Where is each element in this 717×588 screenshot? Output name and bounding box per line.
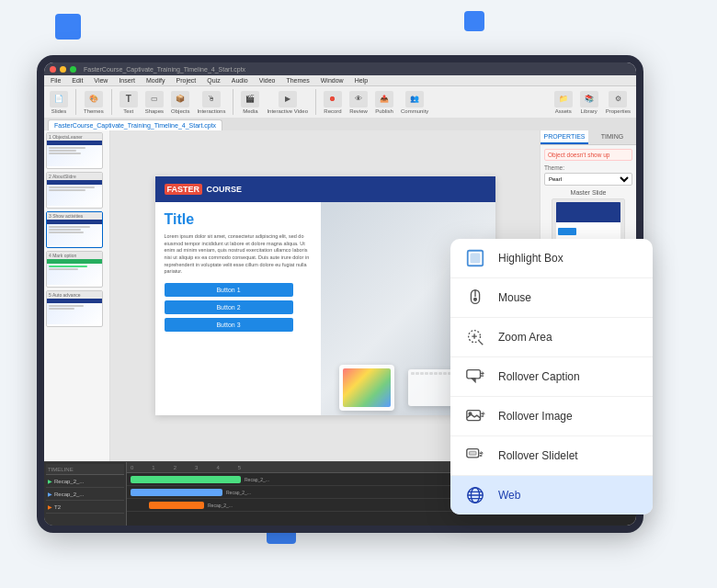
popup-item-rollover-image[interactable]: Rollover Image (450, 397, 653, 436)
objects-icon[interactable]: 📦 (171, 91, 189, 107)
popup-item-zoom-area[interactable]: Zoom Area (450, 318, 653, 357)
ribbon: 📄 Slides 🎨 Themes T Text ▭ Shapes 📦 Obje… (44, 86, 636, 118)
menu-themes[interactable]: Themes (283, 76, 312, 85)
popup-item-mouse[interactable]: Mouse (450, 278, 653, 318)
ribbon-library[interactable]: 📚 Library (580, 91, 598, 114)
slide-3-title: 3 Show activities (47, 212, 102, 220)
slide-5-title: 5 Auto advance (47, 291, 102, 299)
menu-window[interactable]: Window (318, 76, 347, 85)
ribbon-media[interactable]: 🎬 Media (241, 91, 259, 114)
ribbon-publish[interactable]: 📤 Publish (375, 91, 393, 114)
interactions-icon[interactable]: 🖱 (202, 91, 221, 107)
menu-edit[interactable]: Edit (69, 76, 85, 85)
menu-project[interactable]: Project (174, 76, 199, 85)
ivideo-icon[interactable]: ▶ (279, 91, 297, 107)
menu-audio[interactable]: Audio (229, 76, 251, 85)
properties-icon[interactable]: ⚙ (609, 91, 627, 107)
tab-bar: FasterCourse_Captivate_Training_Timeline… (44, 118, 636, 130)
popup-item-rollover-slidelet[interactable]: Rollover Slidelet (450, 436, 653, 476)
ribbon-slides[interactable]: 📄 Slides (50, 91, 68, 114)
svg-rect-1 (471, 254, 479, 262)
tl-bar-1[interactable] (131, 476, 241, 483)
tl-bar-3[interactable] (149, 502, 204, 509)
slide-title: Title (165, 211, 312, 228)
tab-main[interactable]: FasterCourse_Captivate_Training_Timeline… (48, 119, 222, 130)
menu-modify[interactable]: Modify (143, 76, 168, 85)
ribbon-objects[interactable]: 📦 Objects (171, 91, 189, 114)
ribbon-ivideo[interactable]: ▶ Interactive Video (267, 91, 308, 114)
mouse-icon (463, 286, 487, 310)
ribbon-themes[interactable]: 🎨 Themes (84, 91, 104, 114)
popup-item-rollover-caption[interactable]: Rollover Caption (450, 357, 653, 397)
text-icon[interactable]: T (120, 91, 138, 107)
tl-bar-3-offset (149, 502, 204, 509)
menu-quiz[interactable]: Quiz (204, 76, 222, 85)
ribbon-assets[interactable]: 📁 Assets (554, 91, 573, 114)
ribbon-community[interactable]: 👥 Community (401, 91, 428, 114)
assets-icon[interactable]: 📁 (554, 91, 573, 107)
svg-rect-11 (467, 411, 481, 421)
slide-body: Title Lorem ipsum dolor sit amet, consec… (155, 202, 495, 415)
ribbon-sep-4 (315, 89, 316, 115)
slide-thumb-4[interactable]: 4 Mark option (46, 251, 103, 288)
slide-3-content (47, 220, 102, 245)
record-icon[interactable]: ⏺ (324, 91, 342, 107)
slide-button-3[interactable]: Button 3 (165, 318, 293, 332)
library-label: Library (580, 108, 597, 114)
ruler-2: 2 (174, 465, 176, 470)
theme-select[interactable]: Pearl (544, 173, 632, 186)
ribbon-shapes[interactable]: ▭ Shapes (145, 91, 164, 114)
community-icon[interactable]: 👥 (405, 91, 424, 107)
library-icon[interactable]: 📚 (580, 91, 598, 107)
review-label: Review (349, 108, 368, 114)
svg-rect-9 (467, 370, 481, 379)
slide-thumb-1[interactable]: 1 ObjectsLeaner (46, 132, 103, 169)
slide-button-2[interactable]: Button 2 (165, 300, 293, 314)
close-dot[interactable] (50, 66, 56, 73)
svg-point-4 (474, 298, 477, 300)
slide-thumb-3[interactable]: 3 Show activities (46, 211, 103, 248)
tab-properties[interactable]: PROPERTIES (541, 130, 588, 144)
ruler-0: 0 (131, 465, 133, 470)
slide-canvas: FASTER COURSE Title Lorem ipsum dolor si… (155, 176, 495, 415)
ruler-4: 4 (216, 465, 219, 470)
minimize-dot[interactable] (60, 66, 66, 73)
menu-help[interactable]: Help (352, 76, 370, 85)
shapes-icon[interactable]: ▭ (145, 91, 164, 107)
menu-view[interactable]: View (91, 76, 110, 85)
popup-item-highlight-box[interactable]: Highlight Box (450, 239, 653, 278)
media-icon[interactable]: 🎬 (241, 91, 259, 107)
slide-thumb-5[interactable]: 5 Auto advance (46, 290, 103, 327)
slide-left: Title Lorem ipsum dolor sit amet, consec… (155, 202, 321, 415)
ribbon-review[interactable]: 👁 Review (349, 91, 368, 114)
objects-label: Objects (171, 108, 189, 114)
zoom-area-label: Zoom Area (498, 331, 552, 344)
timeline-tracks: TIMELINE ▶Recap_2_... ▶Recap_2_... ▶T2 (44, 462, 127, 526)
tab-timing[interactable]: TIMING (588, 130, 636, 144)
shapes-label: Shapes (145, 108, 164, 114)
slide-thumb-2[interactable]: 2 AboutSlidre (46, 172, 103, 209)
slide-button-1[interactable]: Button 1 (165, 283, 293, 297)
ribbon-text[interactable]: T Text (120, 91, 138, 114)
web-label: Web (498, 489, 520, 502)
ribbon-record[interactable]: ⏺ Record (324, 91, 342, 114)
ribbon-interactions[interactable]: 🖱 Interactions (197, 91, 225, 114)
ribbon-properties[interactable]: ⚙ Properties (606, 91, 631, 114)
track-label-2: ▶Recap_2_... (46, 488, 124, 501)
slide-header: FASTER COURSE (155, 176, 495, 202)
review-icon[interactable]: 👁 (349, 91, 368, 107)
slide-5-content (47, 299, 102, 324)
slides-icon[interactable]: 📄 (50, 91, 68, 107)
slide-1-title: 1 ObjectsLeaner (47, 133, 102, 141)
menu-file[interactable]: File (48, 76, 63, 85)
popup-item-web[interactable]: Web (450, 476, 653, 514)
menu-insert[interactable]: Insert (116, 76, 138, 85)
publish-icon[interactable]: 📤 (375, 91, 393, 107)
slide-4-title: 4 Mark option (47, 252, 102, 259)
menu-video[interactable]: Video (256, 76, 279, 85)
tl-bar-2[interactable] (131, 489, 222, 496)
maximize-dot[interactable] (70, 66, 76, 73)
decorative-square-1 (55, 14, 81, 40)
themes-icon[interactable]: 🎨 (85, 91, 103, 107)
community-label: Community (401, 108, 428, 114)
